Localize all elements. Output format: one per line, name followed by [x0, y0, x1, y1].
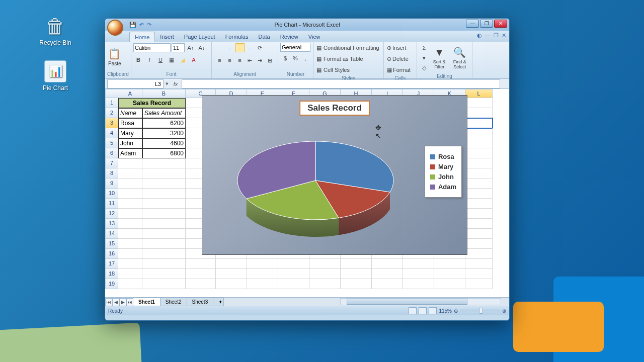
- cell-A3[interactable]: Rosa: [118, 118, 142, 128]
- cell-A2[interactable]: Name: [118, 108, 142, 118]
- cell-D19[interactable]: [216, 279, 247, 289]
- office-button[interactable]: [107, 20, 123, 36]
- cell-L9[interactable]: [465, 178, 493, 189]
- doc-restore-icon[interactable]: ❐: [494, 32, 499, 39]
- zoom-out-button[interactable]: ⊖: [454, 308, 458, 314]
- cell-J19[interactable]: [403, 279, 434, 289]
- cell-I19[interactable]: [372, 279, 403, 289]
- find-select-button[interactable]: 🔍Find & Select: [450, 44, 469, 71]
- cell-L17[interactable]: [465, 259, 493, 269]
- qa-undo-icon[interactable]: ↶: [139, 22, 144, 28]
- cell-G18[interactable]: [309, 269, 341, 279]
- paste-button[interactable]: 📋Paste: [108, 43, 122, 70]
- cell-styles-button[interactable]: ▦Cell Styles: [316, 65, 381, 74]
- cell-B8[interactable]: [142, 168, 186, 178]
- cell-A18[interactable]: [118, 269, 142, 279]
- cell-G17[interactable]: [309, 259, 341, 269]
- legend-item-mary[interactable]: Mary: [430, 163, 456, 170]
- merge-icon[interactable]: ⊞: [266, 56, 275, 65]
- ribbon-tab-page-layout[interactable]: Page Layout: [179, 32, 220, 42]
- cell-B2[interactable]: Sales Amount: [142, 108, 186, 118]
- cell-B5[interactable]: 4600: [142, 138, 186, 148]
- cell-H17[interactable]: [341, 259, 372, 269]
- qa-save-icon[interactable]: 💾: [129, 22, 136, 28]
- col-header-L[interactable]: L: [465, 89, 493, 98]
- cell-K17[interactable]: [434, 259, 465, 269]
- cell-A5[interactable]: John: [118, 138, 142, 148]
- italic-button[interactable]: I: [145, 55, 154, 64]
- legend-item-john[interactable]: John: [430, 173, 456, 180]
- sheet-nav-prev-icon[interactable]: ◀: [112, 298, 119, 306]
- cell-L19[interactable]: [465, 279, 493, 289]
- percent-icon[interactable]: %: [291, 54, 300, 63]
- cell-L5[interactable]: [465, 138, 493, 148]
- cell-H19[interactable]: [341, 279, 372, 289]
- bold-button[interactable]: B: [134, 55, 143, 64]
- delete-cells-button[interactable]: ⊖Delete: [386, 54, 415, 63]
- border-button[interactable]: ▦: [167, 55, 176, 64]
- desktop-file-icon[interactable]: 📊 Pie Chart: [35, 60, 75, 92]
- currency-icon[interactable]: $: [281, 54, 290, 63]
- cell-B9[interactable]: [142, 178, 186, 189]
- row-header-7[interactable]: 7: [105, 158, 118, 168]
- cell-A9[interactable]: [118, 178, 142, 189]
- cell-L2[interactable]: [465, 108, 493, 118]
- doc-minimize-icon[interactable]: —: [485, 32, 491, 39]
- name-box[interactable]: L3: [107, 79, 164, 88]
- cell-B12[interactable]: [142, 209, 186, 219]
- shrink-font-icon[interactable]: A↓: [197, 43, 206, 52]
- cell-L7[interactable]: [465, 158, 493, 168]
- doc-close-icon[interactable]: ✕: [502, 32, 506, 39]
- cell-B15[interactable]: [142, 239, 186, 249]
- comma-icon[interactable]: ,: [301, 54, 310, 63]
- cell-A11[interactable]: [118, 199, 142, 209]
- cell-J18[interactable]: [403, 269, 434, 279]
- cell-B7[interactable]: [142, 158, 186, 168]
- cell-L10[interactable]: [465, 189, 493, 199]
- cell-F18[interactable]: [278, 269, 309, 279]
- format-table-button[interactable]: ▦Format as Table: [316, 54, 381, 63]
- cell-G19[interactable]: [309, 279, 341, 289]
- underline-button[interactable]: U: [156, 55, 165, 64]
- fill-icon[interactable]: ▾: [420, 53, 429, 62]
- cell-B6[interactable]: 6800: [142, 148, 186, 158]
- fill-color-button[interactable]: ◢: [178, 55, 187, 64]
- cell-A8[interactable]: [118, 168, 142, 178]
- ribbon-tab-review[interactable]: Review: [275, 32, 303, 42]
- cell-L11[interactable]: [465, 199, 493, 209]
- align-right-icon[interactable]: ≡: [235, 56, 245, 65]
- row-header-12[interactable]: 12: [105, 209, 118, 219]
- cell-L4[interactable]: [465, 128, 493, 138]
- row-header-8[interactable]: 8: [105, 168, 118, 178]
- row-header-3[interactable]: 3: [105, 118, 118, 128]
- sheet-tab-sheet3[interactable]: Sheet3: [187, 298, 214, 306]
- cell-L13[interactable]: [465, 219, 493, 229]
- minimize-button[interactable]: —: [466, 20, 479, 28]
- cell-A1[interactable]: Sales Record: [118, 98, 186, 108]
- cell-I17[interactable]: [372, 259, 403, 269]
- namebox-dropdown-icon[interactable]: ▾: [164, 80, 171, 87]
- cell-I18[interactable]: [372, 269, 403, 279]
- cell-B11[interactable]: [142, 199, 186, 209]
- view-pagebreak-button[interactable]: [429, 307, 437, 314]
- cell-F19[interactable]: [278, 279, 309, 289]
- ribbon-tab-view[interactable]: View: [303, 32, 326, 42]
- cell-L15[interactable]: [465, 239, 493, 249]
- cell-L3[interactable]: [465, 118, 493, 128]
- cell-D18[interactable]: [216, 269, 247, 279]
- row-header-18[interactable]: 18: [105, 269, 118, 279]
- format-cells-button[interactable]: ▦Format: [386, 65, 415, 74]
- row-header-16[interactable]: 16: [105, 249, 118, 259]
- fx-icon[interactable]: fx: [171, 81, 181, 87]
- pie-chart[interactable]: Sales Record RosaMaryJohnAdam ✥↖: [202, 95, 467, 255]
- row-header-17[interactable]: 17: [105, 259, 118, 269]
- font-color-button[interactable]: A: [189, 55, 198, 64]
- row-header-19[interactable]: 19: [105, 279, 118, 289]
- cell-C18[interactable]: [186, 269, 216, 279]
- cell-B4[interactable]: 3200: [142, 128, 186, 138]
- legend-item-adam[interactable]: Adam: [430, 183, 456, 191]
- indent-dec-icon[interactable]: ⇤: [246, 56, 255, 65]
- cell-A12[interactable]: [118, 209, 142, 219]
- zoom-slider[interactable]: [460, 309, 500, 312]
- cell-C19[interactable]: [186, 279, 216, 289]
